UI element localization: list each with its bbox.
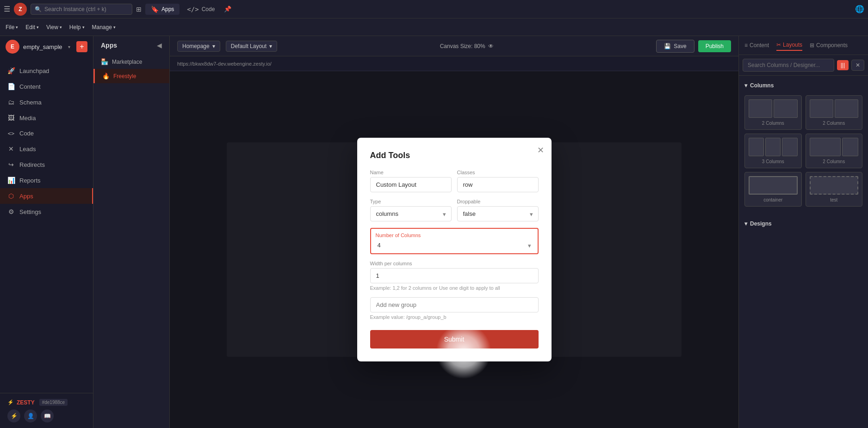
designs-section-header[interactable]: ▾ Designs	[743, 218, 864, 230]
column-card-3col[interactable]: 3 Columns	[744, 134, 802, 168]
footer-power-button[interactable]: ⚡	[7, 410, 20, 422]
left-sidebar: E empty_sample ▾ + 🚀 Launchpad 📄 Content…	[0, 36, 93, 428]
sidebar-item-schema-label: Schema	[19, 99, 42, 106]
reports-icon: 📊	[7, 177, 15, 184]
url-text: https://bkwx8dw7-dev.webengine.zesty.io/	[177, 61, 272, 67]
sidebar-item-redirects[interactable]: ↪ Redirects	[0, 157, 93, 172]
menu-view[interactable]: View ▾	[46, 24, 62, 31]
column-card-container[interactable]: container	[744, 172, 802, 207]
sidebar-item-leads[interactable]: ✕ Leads	[0, 141, 93, 157]
right-panel-search-input[interactable]	[743, 59, 834, 72]
classes-input[interactable]	[457, 177, 539, 192]
column-card-2col-2[interactable]: 2 Columns	[806, 95, 863, 130]
right-panel: ≡ Content ✂ Layouts ⊞ Components ||| ✕	[738, 36, 868, 428]
sub-sidebar-header: Apps ◀	[93, 36, 169, 55]
sidebar-item-content[interactable]: 📄 Content	[0, 79, 93, 94]
layout-selector[interactable]: Default Layout ▾	[226, 41, 277, 52]
sub-sidebar-freestyle[interactable]: 🔥 Freestyle	[93, 69, 169, 83]
save-button[interactable]: 💾 Save	[656, 40, 694, 53]
marketplace-icon: 🏪	[101, 58, 108, 65]
menu-help[interactable]: Help ▾	[69, 24, 85, 31]
right-panel-search: ||| ✕	[739, 55, 868, 76]
main-area: E empty_sample ▾ + 🚀 Launchpad 📄 Content…	[0, 36, 868, 428]
publish-button[interactable]: Publish	[698, 40, 731, 52]
right-tab-components[interactable]: ⊞ Components	[810, 40, 848, 50]
collapse-sidebar-button[interactable]: ◀	[157, 42, 162, 49]
columns-chevron-icon: ▾	[744, 82, 747, 89]
right-tab-layouts[interactable]: ✂ Layouts	[776, 40, 802, 51]
right-panel-tabs: ≡ Content ✂ Layouts ⊞ Components	[739, 36, 868, 55]
column-card-test-label: test	[810, 197, 859, 202]
type-select[interactable]: columns row container	[370, 206, 452, 221]
sub-sidebar: Apps ◀ 🏪 Marketplace 🔥 Freestyle	[93, 36, 170, 428]
pin-icon[interactable]: 📌	[224, 6, 231, 12]
sub-sidebar-marketplace[interactable]: 🏪 Marketplace	[93, 55, 169, 69]
width-cols-input[interactable]	[370, 268, 539, 283]
sidebar-item-code[interactable]: <> Code	[0, 126, 93, 141]
form-type-droppable-row: Type columns row container	[370, 199, 539, 221]
form-field-name: Name	[370, 170, 452, 192]
save-label: Save	[674, 43, 686, 49]
column-card-2col-1-preview	[749, 99, 798, 118]
dialog-title: Add Tools	[370, 151, 539, 160]
form-field-classes: Classes	[457, 170, 539, 192]
sidebar-item-apps[interactable]: ⬡ Apps	[0, 188, 93, 204]
hamburger-icon[interactable]: ☰	[4, 5, 10, 13]
right-tab-content-label: Content	[750, 42, 769, 49]
brand-avatar: E	[6, 40, 19, 54]
sub-sidebar-title: Apps	[101, 42, 117, 49]
right-tab-components-icon: ⊞	[810, 42, 814, 49]
filter-icon[interactable]: ⊞	[136, 6, 142, 13]
sidebar-item-apps-label: Apps	[19, 193, 33, 200]
column-card-2col-1[interactable]: 2 Columns	[744, 95, 802, 130]
dialog-close-button[interactable]: ✕	[537, 145, 544, 155]
designs-chevron-icon: ▾	[744, 220, 747, 227]
sidebar-item-launchpad[interactable]: 🚀 Launchpad	[0, 63, 93, 79]
freestyle-icon: 🔥	[102, 73, 110, 79]
hash-badge: #de1988ce	[39, 399, 68, 406]
name-input[interactable]	[370, 177, 452, 192]
column-card-2col-3[interactable]: 2 Columns	[806, 134, 863, 168]
tab-apps[interactable]: 🔖 Apps	[145, 4, 180, 15]
layout-chevron: ▾	[269, 43, 272, 49]
width-cols-label: Width per columns	[370, 261, 539, 266]
homepage-label: Homepage	[182, 43, 210, 49]
tab-code[interactable]: </> Code	[181, 4, 220, 15]
app-container: ☰ Z 🔍 Search Instance (ctrl + k) ⊞ 🔖 App…	[0, 0, 868, 428]
menu-manage[interactable]: Manage ▾	[92, 24, 116, 31]
homepage-selector[interactable]: Homepage ▾	[177, 41, 220, 52]
right-tool-button-1[interactable]: |||	[837, 60, 849, 70]
droppable-select[interactable]: false true	[457, 206, 539, 221]
sidebar-add-button[interactable]: +	[76, 41, 87, 52]
submit-label: Submit	[444, 336, 465, 343]
sidebar-item-media[interactable]: 🖼 Media	[0, 110, 93, 126]
column-card-2col-3-label: 2 Columns	[810, 159, 859, 164]
eye-icon[interactable]: 👁	[488, 43, 494, 49]
columns-section-header[interactable]: ▾ Columns	[743, 79, 864, 92]
menu-edit[interactable]: Edit ▾	[25, 24, 39, 31]
column-card-2col-2-preview	[810, 99, 859, 118]
save-icon: 💾	[664, 43, 671, 49]
sidebar-item-settings-label: Settings	[19, 208, 41, 215]
footer-user-button[interactable]: 👤	[24, 410, 37, 422]
group-input[interactable]	[370, 297, 539, 312]
globe-icon[interactable]: 🌐	[855, 5, 864, 13]
menu-file[interactable]: File ▾	[6, 24, 18, 31]
dialog-overlay: ✕ Add Tools Name Classes	[170, 71, 738, 428]
right-tool-button-2[interactable]: ✕	[851, 60, 864, 71]
footer-docs-button[interactable]: 📖	[41, 410, 54, 422]
sidebar-item-settings[interactable]: ⚙ Settings	[0, 204, 93, 220]
top-bar: ☰ Z 🔍 Search Instance (ctrl + k) ⊞ 🔖 App…	[0, 0, 868, 18]
sidebar-item-reports-label: Reports	[19, 177, 41, 184]
sidebar-item-media-label: Media	[19, 115, 36, 122]
form-field-width-cols: Width per columns Example: 1,2 for 2 col…	[370, 261, 539, 291]
sidebar-footer: ⚡ ZESTY #de1988ce ⚡ 👤 📖	[0, 393, 93, 428]
num-cols-input[interactable]	[372, 238, 537, 252]
tab-apps-label: Apps	[161, 6, 174, 12]
search-box[interactable]: 🔍 Search Instance (ctrl + k)	[31, 4, 132, 15]
submit-button[interactable]: Submit	[370, 330, 539, 349]
sidebar-item-schema[interactable]: 🗂 Schema	[0, 94, 93, 110]
column-card-test[interactable]: test	[806, 172, 863, 207]
sidebar-item-reports[interactable]: 📊 Reports	[0, 172, 93, 188]
right-tab-content[interactable]: ≡ Content	[744, 40, 769, 50]
